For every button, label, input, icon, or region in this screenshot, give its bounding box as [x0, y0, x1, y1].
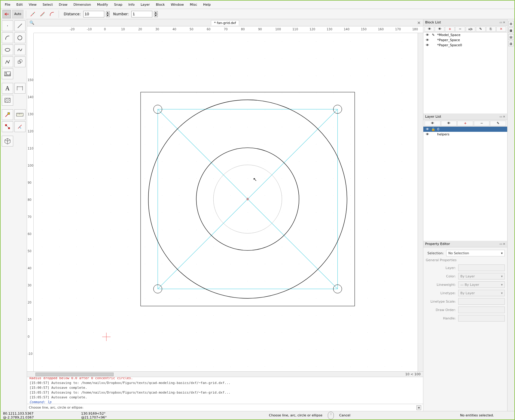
- parallel-arc-icon[interactable]: [48, 10, 56, 18]
- panel-float-icon[interactable]: ▭: [499, 242, 502, 246]
- number-spinner[interactable]: ▲▼: [154, 11, 158, 17]
- line-tool-icon[interactable]: [14, 20, 26, 31]
- property-field[interactable]: [458, 315, 505, 322]
- dimension-tool-icon[interactable]: [14, 83, 26, 94]
- shape-tool-icon[interactable]: [14, 56, 26, 67]
- block-list-toolbar: 👁 👁 + − a|b ✎ ⎘ ✕: [423, 26, 507, 32]
- document-tab[interactable]: * fan-grid.dxf: [211, 20, 239, 26]
- command-input[interactable]: [86, 406, 416, 409]
- snap-tool-icon[interactable]: [2, 121, 13, 132]
- block-close-icon[interactable]: ✕: [496, 26, 506, 32]
- view-tab-icon[interactable]: ▤: [508, 34, 514, 40]
- block-freeze-icon[interactable]: 👁: [435, 26, 444, 32]
- parallel-through-icon[interactable]: [29, 10, 37, 18]
- tab-title: * fan-grid.dxf: [214, 21, 236, 25]
- menu-info[interactable]: Info: [125, 2, 138, 8]
- parallel-distance-icon[interactable]: [38, 10, 47, 18]
- snap-auto-button[interactable]: Auto: [12, 10, 23, 18]
- layer-list-item[interactable]: 👁🔒0: [423, 127, 507, 132]
- layer-list-item[interactable]: 👁 helpers: [423, 132, 507, 137]
- svg-line-2: [40, 12, 44, 16]
- menu-modify[interactable]: Modify: [94, 2, 111, 8]
- panel-close-icon[interactable]: ✕: [503, 242, 505, 246]
- layer-list-body[interactable]: 👁🔒0👁 helpers: [423, 127, 507, 241]
- panel-float-icon[interactable]: ▭: [499, 115, 502, 118]
- menu-file[interactable]: File: [2, 2, 13, 8]
- view-tab-icon[interactable]: ▥: [508, 41, 514, 46]
- hatch-tool-icon[interactable]: [2, 95, 13, 106]
- block-tool-icon[interactable]: [2, 136, 13, 147]
- relative-coordinate: @-2.3789,21.0367: [3, 415, 81, 419]
- image-tool-icon[interactable]: [2, 68, 13, 79]
- cad-toolbox: · A: [1, 19, 27, 411]
- property-field[interactable]: By Layer▾: [458, 290, 505, 296]
- polyline-tool-icon[interactable]: [2, 56, 13, 67]
- layer-add-icon[interactable]: +: [457, 121, 473, 126]
- block-insert-icon[interactable]: ⎘: [486, 26, 496, 32]
- block-list-item[interactable]: 👁*Paper_Space: [423, 38, 507, 43]
- close-icon[interactable]: ✕: [417, 20, 421, 25]
- property-field[interactable]: [458, 264, 505, 271]
- property-field[interactable]: [458, 298, 505, 305]
- menu-block[interactable]: Block: [153, 2, 168, 8]
- block-rename-icon[interactable]: a|b: [466, 26, 475, 32]
- layer-edit-icon[interactable]: ✎: [490, 121, 506, 126]
- scrollbar-thumb[interactable]: [35, 373, 114, 376]
- menu-dimension[interactable]: Dimension: [71, 2, 94, 8]
- number-input[interactable]: [131, 11, 152, 17]
- svg-line-28: [19, 127, 21, 128]
- property-field[interactable]: — By Layer▾: [458, 281, 505, 288]
- svg-rect-19: [8, 113, 10, 114]
- block-visible-icon[interactable]: 👁: [425, 26, 434, 32]
- block-list-item[interactable]: 👁*Paper_Space0: [423, 43, 507, 48]
- block-remove-icon[interactable]: −: [455, 26, 465, 32]
- menu-select[interactable]: Select: [40, 2, 56, 8]
- distance-spinner[interactable]: ▲▼: [106, 11, 110, 17]
- layer-hideall-icon[interactable]: 👁: [441, 121, 457, 126]
- svg-line-16: [5, 98, 10, 102]
- measure-tool-icon[interactable]: [14, 109, 26, 120]
- info-tool-icon[interactable]: [14, 121, 26, 132]
- drawing-canvas[interactable]: ↖: [34, 33, 418, 371]
- circle-tool-icon[interactable]: [14, 32, 26, 43]
- options-toolbar: Auto Distance: ▲▼ Number: ▲▼: [1, 9, 514, 19]
- view-tab-icon[interactable]: ▦: [508, 28, 514, 33]
- block-edit-icon[interactable]: ✎: [476, 26, 486, 32]
- menu-draw[interactable]: Draw: [56, 2, 71, 8]
- block-list-item[interactable]: 👁✎*Model_Space: [423, 32, 507, 38]
- menu-window[interactable]: Window: [168, 2, 187, 8]
- view-tab-icon[interactable]: ⊞: [508, 21, 514, 26]
- panel-close-icon[interactable]: ✕: [503, 115, 505, 118]
- layer-remove-icon[interactable]: −: [474, 121, 490, 126]
- horizontal-scrollbar[interactable]: 10 < 100: [27, 371, 423, 377]
- search-icon[interactable]: 🔍: [29, 20, 34, 25]
- selection-dropdown[interactable]: No Selection ▾: [446, 250, 505, 256]
- property-field[interactable]: [458, 307, 505, 313]
- svg-line-27: [18, 125, 22, 128]
- menu-bar: File Edit View Select Draw Dimension Mod…: [1, 1, 514, 9]
- block-add-icon[interactable]: +: [445, 26, 455, 32]
- text-tool-icon[interactable]: A: [2, 83, 13, 94]
- menu-help[interactable]: Help: [200, 2, 214, 8]
- spline-tool-icon[interactable]: [14, 44, 26, 55]
- point-tool-icon[interactable]: ·: [2, 20, 13, 31]
- vertical-scrollbar[interactable]: [418, 33, 423, 371]
- status-hint: Choose line, arc, circle or ellipse: [269, 413, 322, 417]
- panel-float-icon[interactable]: ▭: [499, 21, 502, 24]
- layer-showall-icon[interactable]: 👁: [425, 121, 440, 126]
- cancel-hint: Cancel: [339, 413, 350, 417]
- modify-tool-icon[interactable]: [2, 109, 13, 120]
- property-field[interactable]: By Layer▾: [458, 273, 505, 279]
- menu-misc[interactable]: Misc: [187, 2, 200, 8]
- panel-close-icon[interactable]: ✕: [503, 21, 505, 24]
- arc-tool-icon[interactable]: [2, 32, 13, 43]
- back-arrow-icon[interactable]: [2, 10, 11, 18]
- menu-edit[interactable]: Edit: [13, 2, 26, 8]
- menu-view[interactable]: View: [26, 2, 40, 8]
- block-list-body[interactable]: 👁✎*Model_Space👁*Paper_Space👁*Paper_Space…: [423, 32, 507, 113]
- distance-input[interactable]: [83, 11, 104, 17]
- menu-snap[interactable]: Snap: [111, 2, 125, 8]
- history-icon[interactable]: ≡: [416, 405, 421, 410]
- ellipse-tool-icon[interactable]: [2, 44, 13, 55]
- menu-layer[interactable]: Layer: [138, 2, 153, 8]
